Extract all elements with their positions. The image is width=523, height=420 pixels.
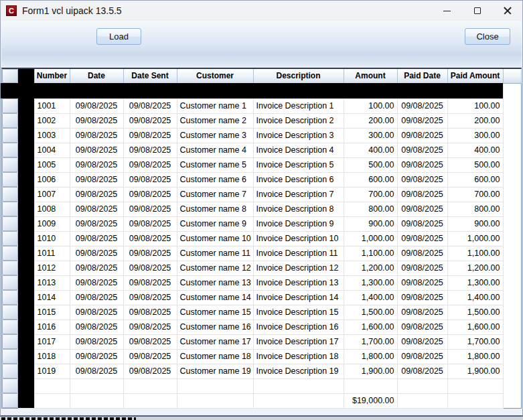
load-button[interactable]: Load — [96, 28, 141, 45]
cell-date_sent[interactable]: 09/08/2025 — [123, 231, 177, 246]
cell-amount[interactable]: 100.00 — [344, 98, 397, 113]
cell-amount[interactable]: 1,300.00 — [344, 275, 397, 290]
cell-description[interactable]: Invoice Description 13 — [253, 275, 344, 290]
cell-number[interactable]: 1007 — [34, 187, 70, 202]
cell-date[interactable] — [70, 393, 123, 408]
cell-date[interactable]: 09/08/2025 — [70, 157, 123, 172]
row-indicator-button[interactable] — [2, 143, 18, 157]
cell-date_sent[interactable]: 09/08/2025 — [123, 290, 177, 305]
row-indicator-button[interactable] — [2, 275, 18, 290]
cell-date_sent[interactable]: 09/08/2025 — [123, 128, 177, 143]
cell-paid_amount[interactable]: 1,000.00 — [447, 231, 503, 246]
cell-paid_date[interactable]: 09/08/2025 — [397, 231, 447, 246]
cell-date[interactable]: 09/08/2025 — [70, 172, 123, 187]
cell-number[interactable]: 1002 — [34, 113, 70, 128]
row-indicator-button[interactable] — [2, 378, 18, 393]
cell-customer[interactable]: Customer name 8 — [177, 202, 253, 216]
row-indicator-button[interactable] — [2, 349, 18, 364]
cell-customer[interactable]: Customer name 18 — [177, 349, 253, 364]
cell-paid_amount[interactable]: 800.00 — [447, 202, 503, 216]
cell-paid_date[interactable]: 09/08/2025 — [397, 202, 447, 216]
cell-date_sent[interactable]: 09/08/2025 — [123, 275, 177, 290]
cell-date_sent[interactable]: 09/08/2025 — [123, 261, 177, 275]
cell-paid_amount[interactable]: 600.00 — [447, 172, 503, 187]
cell-description[interactable]: Invoice Description 6 — [253, 172, 344, 187]
cell-amount[interactable]: 400.00 — [344, 143, 397, 157]
cell-date[interactable]: 09/08/2025 — [70, 320, 123, 334]
row-indicator-button[interactable] — [2, 393, 18, 408]
cell-number[interactable]: 1013 — [34, 275, 70, 290]
column-header-date[interactable]: Date — [70, 69, 123, 83]
cell-customer[interactable]: Customer name 16 — [177, 320, 253, 334]
cell-amount[interactable] — [344, 378, 397, 393]
cell-amount[interactable]: 1,700.00 — [344, 334, 397, 349]
cell-date_sent[interactable]: 09/08/2025 — [123, 246, 177, 261]
cell-paid_amount[interactable] — [447, 393, 503, 408]
row-indicator-button[interactable] — [2, 157, 18, 172]
cell-paid_date[interactable]: 09/08/2025 — [397, 246, 447, 261]
column-header-paid_amount[interactable]: Paid Amount — [447, 69, 503, 83]
cell-description[interactable]: Invoice Description 16 — [253, 320, 344, 334]
cell-paid_amount[interactable]: 1,800.00 — [447, 349, 503, 364]
cell-number[interactable]: 1008 — [34, 202, 70, 216]
cell-customer[interactable]: Customer name 2 — [177, 113, 253, 128]
cell-date[interactable]: 09/08/2025 — [70, 98, 123, 113]
row-indicator-button[interactable] — [2, 334, 18, 349]
cell-date[interactable]: 09/08/2025 — [70, 231, 123, 246]
cell-paid_date[interactable]: 09/08/2025 — [397, 334, 447, 349]
cell-amount[interactable]: 200.00 — [344, 113, 397, 128]
cell-number[interactable]: 1004 — [34, 143, 70, 157]
cell-number[interactable]: 1016 — [34, 320, 70, 334]
cell-description[interactable]: Invoice Description 12 — [253, 261, 344, 275]
cell-paid_amount[interactable]: 700.00 — [447, 187, 503, 202]
cell-customer[interactable] — [177, 378, 253, 393]
cell-paid_date[interactable]: 09/08/2025 — [397, 172, 447, 187]
cell-paid_date[interactable]: 09/08/2025 — [397, 349, 447, 364]
cell-paid_amount[interactable]: 100.00 — [447, 98, 503, 113]
cell-date_sent[interactable]: 09/08/2025 — [123, 113, 177, 128]
column-header-number[interactable]: Number — [34, 69, 70, 83]
cell-customer[interactable]: Customer name 15 — [177, 305, 253, 320]
cell-paid_amount[interactable]: 1,200.00 — [447, 261, 503, 275]
cell-date[interactable]: 09/08/2025 — [70, 305, 123, 320]
maximize-button[interactable] — [462, 1, 492, 21]
cell-date[interactable]: 09/08/2025 — [70, 364, 123, 378]
cell-paid_date[interactable]: 09/08/2025 — [397, 98, 447, 113]
cell-paid_amount[interactable]: 1,600.00 — [447, 320, 503, 334]
cell-date_sent[interactable] — [123, 393, 177, 408]
cell-paid_date[interactable]: 09/08/2025 — [397, 320, 447, 334]
cell-date[interactable]: 09/08/2025 — [70, 261, 123, 275]
cell-customer[interactable]: Customer name 3 — [177, 128, 253, 143]
cell-paid_date[interactable] — [397, 378, 447, 393]
row-indicator-button[interactable] — [2, 320, 18, 334]
cell-paid_date[interactable]: 09/08/2025 — [397, 261, 447, 275]
cell-paid_amount[interactable]: 1,300.00 — [447, 275, 503, 290]
cell-description[interactable]: Invoice Description 17 — [253, 334, 344, 349]
row-indicator-button[interactable] — [2, 69, 18, 83]
cell-date_sent[interactable]: 09/08/2025 — [123, 349, 177, 364]
cell-paid_date[interactable]: 09/08/2025 — [397, 157, 447, 172]
cell-date_sent[interactable]: 09/08/2025 — [123, 216, 177, 231]
cell-number[interactable]: 1006 — [34, 172, 70, 187]
row-indicator-button[interactable] — [2, 305, 18, 320]
close-button[interactable]: Close — [465, 28, 510, 45]
cell-number[interactable]: 1014 — [34, 290, 70, 305]
cell-paid_date[interactable]: 09/08/2025 — [397, 364, 447, 378]
cell-paid_amount[interactable]: 200.00 — [447, 113, 503, 128]
cell-paid_date[interactable]: 09/08/2025 — [397, 187, 447, 202]
cell-customer[interactable]: Customer name 9 — [177, 216, 253, 231]
cell-number[interactable]: 1011 — [34, 246, 70, 261]
cell-number[interactable]: 1003 — [34, 128, 70, 143]
cell-paid_amount[interactable]: 1,900.00 — [447, 364, 503, 378]
cell-number[interactable]: 1001 — [34, 98, 70, 113]
cell-date[interactable]: 09/08/2025 — [70, 202, 123, 216]
cell-customer[interactable]: Customer name 10 — [177, 231, 253, 246]
cell-date[interactable]: 09/08/2025 — [70, 290, 123, 305]
cell-description[interactable]: Invoice Description 5 — [253, 157, 344, 172]
cell-customer[interactable]: Customer name 7 — [177, 187, 253, 202]
column-header-description[interactable]: Description — [253, 69, 344, 83]
cell-paid_date[interactable]: 09/08/2025 — [397, 113, 447, 128]
cell-number[interactable]: 1018 — [34, 349, 70, 364]
cell-description[interactable]: Invoice Description 15 — [253, 305, 344, 320]
cell-date[interactable]: 09/08/2025 — [70, 113, 123, 128]
